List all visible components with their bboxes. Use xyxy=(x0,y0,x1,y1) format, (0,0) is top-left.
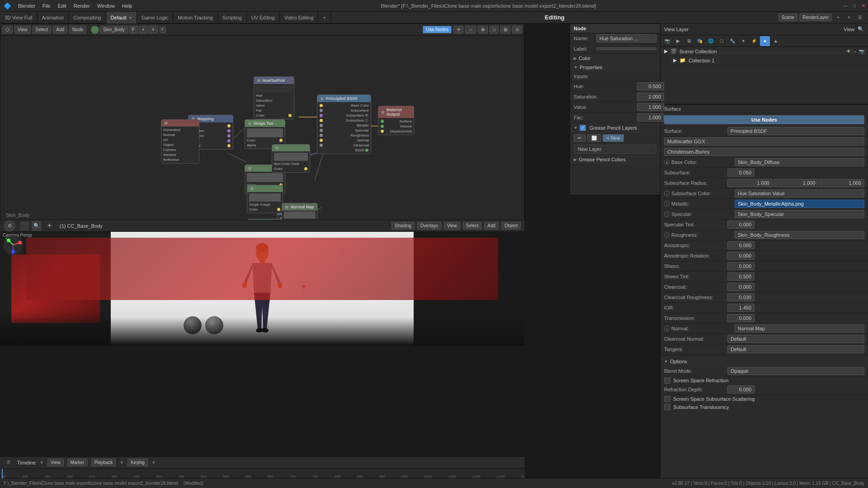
gp-new-btn[interactable]: + New xyxy=(603,134,624,142)
ssss-checkbox[interactable] xyxy=(664,396,670,402)
timeline-view-btn[interactable]: View xyxy=(47,459,64,466)
label-value[interactable] xyxy=(596,47,656,50)
icon-scene[interactable]: 🎭 xyxy=(695,36,705,46)
menu-window[interactable]: Window xyxy=(94,0,118,12)
icon-render[interactable]: 📷 xyxy=(662,36,672,46)
menu-edit[interactable]: Edit xyxy=(54,0,70,12)
render-icon[interactable]: 📷 xyxy=(859,49,864,54)
node-image-lower-1[interactable]: Single Image Color xyxy=(247,185,283,213)
icon-view[interactable]: 🖥 xyxy=(684,36,694,46)
subsurface-r2[interactable]: 1.000 xyxy=(774,179,819,187)
tab-motion-tracking[interactable]: Motion Tracking xyxy=(173,12,218,23)
material-name-field[interactable]: Skin_Body xyxy=(100,26,128,33)
timeline-icon[interactable]: ⏱ xyxy=(4,458,14,468)
subsurface-r1[interactable]: 1.000 xyxy=(727,179,773,187)
subsurface-value[interactable]: 0.050 xyxy=(727,169,755,177)
move-tool[interactable]: ↔ xyxy=(465,26,476,33)
overlays-btn[interactable]: Overlays xyxy=(417,222,441,230)
icon-physics[interactable]: ⚡ xyxy=(749,36,759,46)
value-value[interactable]: 1.000 xyxy=(637,103,664,111)
properties-section[interactable]: ▼ Properties xyxy=(570,63,660,72)
name-value[interactable]: Hue Saturation ... xyxy=(596,34,656,42)
subsurface-color-value[interactable]: Hue Saturation Value xyxy=(735,189,864,197)
viewport-object-btn[interactable]: Object xyxy=(501,222,521,230)
render-layer-btn[interactable]: RenderLayer xyxy=(799,14,832,21)
close-button[interactable]: ✕ xyxy=(859,0,868,12)
top-close-btn[interactable]: × xyxy=(844,12,854,23)
viewport-mode-btn[interactable]: Shading xyxy=(392,222,415,230)
timeline-playback-btn[interactable]: Playback xyxy=(91,459,116,466)
anisotropic-value[interactable]: 0.000 xyxy=(727,241,755,249)
clearcoat-normal-value[interactable]: Default xyxy=(727,335,864,343)
clearcoat-value[interactable]: 0.000 xyxy=(727,283,755,291)
metallic-value[interactable]: Skin_Body_MetallicAlpha.png xyxy=(735,200,864,208)
menu-help[interactable]: Help xyxy=(118,0,136,12)
tab-close-icon[interactable]: × xyxy=(129,15,132,20)
node-canvas[interactable]: Mapping Point Location Rotation Scale Ve… xyxy=(0,36,524,220)
transmission-value[interactable]: 0.000 xyxy=(727,314,755,322)
hue-value[interactable]: 0.500 xyxy=(637,82,664,90)
icon-modifier[interactable]: 🔧 xyxy=(727,36,737,46)
node-principled-bsdf[interactable]: Principled BSDF Base Color Subsurface Su… xyxy=(317,94,371,154)
ssr-checkbox[interactable] xyxy=(664,377,670,384)
pan-h-icon[interactable] xyxy=(20,221,29,225)
use-nodes-btn[interactable]: Use Nodes xyxy=(664,115,864,124)
timeline-ruler[interactable]: 50 100 150 200 250 300 350 400 450 500 5… xyxy=(0,469,524,479)
distribution-value[interactable]: Multiscatter GGX xyxy=(664,137,864,145)
specular-value[interactable]: Skin_Body_Specular xyxy=(735,210,864,218)
icon-particles[interactable]: ✦ xyxy=(738,36,748,46)
viewport-add-btn[interactable]: Add xyxy=(484,222,499,230)
tab-video-editing[interactable]: Video Editing xyxy=(280,12,319,23)
normal-value[interactable]: Normal Map xyxy=(735,324,864,333)
search-icon[interactable]: 🔍 xyxy=(857,26,864,33)
icon-data[interactable]: ▲ xyxy=(771,36,781,46)
color-section[interactable]: ▶ Color xyxy=(570,54,660,63)
gp-layers-header[interactable]: ▼ ✓ Grease Pencil Layers xyxy=(570,123,660,133)
subsurface-method-value[interactable]: Christensen-Burley xyxy=(664,148,864,156)
tab-animation[interactable]: Animation xyxy=(38,12,69,23)
node-select-btn[interactable]: Select xyxy=(33,26,52,33)
icon-object[interactable]: ⬡ xyxy=(717,36,726,46)
saturation-value[interactable]: 2.000 xyxy=(637,93,664,101)
material-new-btn[interactable]: + xyxy=(139,26,148,33)
collection-1-header[interactable]: ▶ 📁 Collection 1 xyxy=(670,56,868,65)
node-material-output[interactable]: Material Output Surface Volume Displacem… xyxy=(378,106,414,135)
gp-pencil-btn[interactable]: ✏ xyxy=(574,134,585,142)
timeline-marker-btn[interactable]: Marker xyxy=(67,459,88,466)
zoom-to-fit-icon[interactable]: 🔍 xyxy=(32,221,42,231)
node-view-btn[interactable]: View xyxy=(14,26,31,33)
subsurface-r3[interactable]: 1.000 xyxy=(819,179,864,187)
node-add-btn[interactable]: Add xyxy=(53,26,67,33)
eye-icon[interactable]: 👁 xyxy=(846,49,851,54)
material-remove-btn[interactable]: × xyxy=(149,26,158,33)
sheen-tint-value[interactable]: 0.500 xyxy=(727,272,755,281)
clearcoat-roughness-value[interactable]: 0.030 xyxy=(727,293,755,301)
icon-material[interactable]: ● xyxy=(760,36,770,46)
gp-layers-checkbox[interactable]: ✓ xyxy=(580,125,586,131)
top-plus-btn[interactable]: + xyxy=(834,12,843,23)
st-checkbox[interactable] xyxy=(664,404,670,410)
timeline-keying-btn[interactable]: Keying xyxy=(127,459,148,466)
gp-colors-header[interactable]: ▶ Grease Pencil Colors xyxy=(570,155,660,164)
top-settings-btn[interactable]: ☰ xyxy=(855,12,864,23)
material-browse-btn[interactable]: F xyxy=(129,26,138,33)
snapping-btn[interactable]: ⊞ xyxy=(500,26,510,33)
select-icon[interactable]: → xyxy=(853,49,857,54)
proportional-btn[interactable]: ⊙ xyxy=(512,26,522,33)
base-color-value[interactable]: Skin_Body_Diffuse xyxy=(735,158,864,166)
node-node-btn[interactable]: Node xyxy=(69,26,86,33)
viewport-gizmo[interactable]: X Y Z xyxy=(2,234,24,257)
zoom-tool[interactable]: ⊕ xyxy=(478,26,488,33)
collection-1-expand-icon[interactable]: ▶ xyxy=(673,57,677,63)
scene-btn[interactable]: Scene xyxy=(778,14,797,21)
node-tex-coord[interactable]: Generated Normal UV Object Camera Window… xyxy=(161,119,199,164)
tab-3d-view-full[interactable]: 3D View Full xyxy=(0,12,38,23)
gp-eraser-btn[interactable]: ⬜ xyxy=(587,134,601,142)
right-viewport[interactable] xyxy=(414,232,524,346)
tab-scripting[interactable]: Scripting xyxy=(218,12,247,23)
node-tangent[interactable]: Normal Map Tangent xyxy=(282,203,318,220)
surface-value[interactable]: Principled BSDF xyxy=(727,127,864,135)
use-nodes-header-btn[interactable]: Use Nodes xyxy=(423,26,451,33)
tab-game-logic[interactable]: Game Logic xyxy=(137,12,173,23)
specular-tint-value[interactable]: 0.000 xyxy=(727,221,755,229)
